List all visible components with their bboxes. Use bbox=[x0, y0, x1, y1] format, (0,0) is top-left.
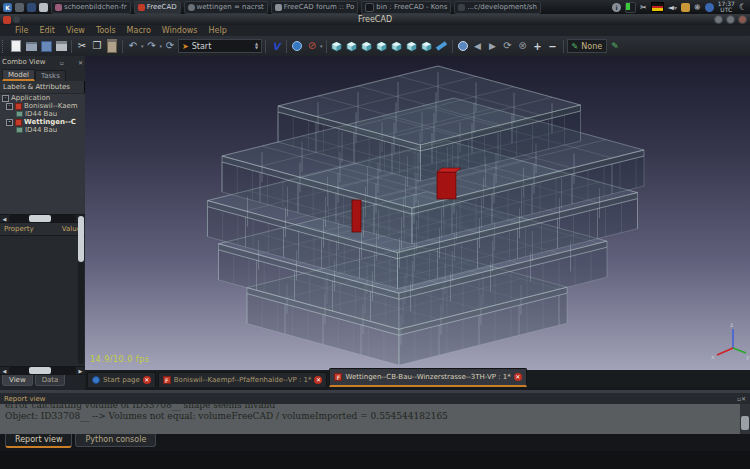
menu-file[interactable]: File bbox=[15, 26, 28, 35]
network-icon[interactable]: ❋ bbox=[694, 3, 701, 12]
menu-help[interactable]: Help bbox=[209, 26, 227, 35]
close-tab-icon[interactable]: ✕ bbox=[314, 376, 322, 384]
close-tab-icon[interactable]: ✕ bbox=[143, 376, 151, 384]
display-icon[interactable] bbox=[625, 2, 636, 13]
redo-dropdown-caret[interactable]: ▾ bbox=[160, 43, 163, 49]
workbench-selector[interactable]: ➤ Start ▲▼ bbox=[178, 39, 262, 53]
tree-item-document[interactable]: - Wettingen--C bbox=[0, 118, 85, 126]
tab-tasks[interactable]: Tasks bbox=[35, 70, 66, 81]
report-scrollbar[interactable] bbox=[740, 404, 750, 434]
tab-start-page[interactable]: Start page ✕ bbox=[87, 372, 156, 387]
new-file-button[interactable] bbox=[9, 39, 23, 54]
tab-document-boniswil[interactable]: F Boniswil--Kaempf--Pfaffenhalde--VP : 1… bbox=[158, 372, 328, 387]
measure-button[interactable] bbox=[435, 39, 449, 54]
volume-icon[interactable]: ◄▾ bbox=[668, 3, 677, 12]
taskbar-task-konsole[interactable]: bin : FreeCAD - Kons bbox=[361, 1, 451, 14]
redo-button[interactable]: ↷ bbox=[145, 39, 159, 54]
close-panel-icon[interactable]: ✕ bbox=[741, 395, 746, 402]
tab-python-console[interactable]: Python console bbox=[75, 434, 156, 447]
show-desktop-icon[interactable] bbox=[15, 3, 24, 12]
kde-menu-icon[interactable]: K bbox=[3, 3, 12, 12]
3d-viewport[interactable]: z x y 14.9/10.0 fps bbox=[85, 56, 750, 370]
stop-load-button[interactable]: ⊗ bbox=[516, 39, 530, 54]
undo-dropdown-caret[interactable]: ▾ bbox=[141, 43, 144, 49]
menu-edit[interactable]: Edit bbox=[39, 26, 55, 35]
scrollbar-thumb[interactable] bbox=[78, 216, 84, 262]
layer-selector[interactable]: ✎ None bbox=[567, 39, 608, 53]
tab-report-view[interactable]: Report view bbox=[5, 434, 72, 448]
moon-icon[interactable]: ☾ bbox=[739, 2, 747, 12]
rear-view-button[interactable] bbox=[390, 39, 404, 54]
scrollbar-thumb[interactable] bbox=[29, 215, 51, 222]
klipper-icon[interactable] bbox=[705, 3, 714, 12]
float-panel-icon[interactable]: ▫ bbox=[60, 59, 64, 66]
back-arrow-icon: ◀ bbox=[474, 41, 481, 51]
keyboard-layout-indicator[interactable] bbox=[651, 2, 664, 12]
right-view-button[interactable] bbox=[375, 39, 389, 54]
scroll-left-icon[interactable]: ◀ bbox=[0, 368, 9, 374]
scrollbar-thumb[interactable] bbox=[741, 416, 749, 430]
expander-icon[interactable]: - bbox=[6, 103, 13, 110]
macro-stop-button[interactable]: ⊘ bbox=[305, 39, 319, 54]
property-table[interactable] bbox=[0, 236, 85, 366]
save-button[interactable] bbox=[39, 39, 53, 54]
info-icon[interactable]: i bbox=[612, 3, 621, 12]
axonometric-view-button[interactable] bbox=[330, 39, 344, 54]
print-button[interactable] bbox=[54, 39, 68, 54]
taskbar-task-shell[interactable]: ...c/development/sh bbox=[454, 1, 541, 14]
copy-button[interactable]: ❐ bbox=[90, 39, 104, 54]
zoom-out-button[interactable]: − bbox=[546, 39, 560, 54]
tree-item-building[interactable]: ID44 Bau bbox=[0, 126, 85, 134]
taskbar-task-image[interactable]: schoenbildchen-fr bbox=[51, 1, 131, 14]
mail-icon[interactable] bbox=[39, 3, 48, 12]
menu-view[interactable]: View bbox=[66, 26, 85, 35]
sketch-edit-button[interactable]: ✎ bbox=[608, 39, 622, 54]
tab-view[interactable]: View bbox=[2, 375, 33, 386]
macro-dropdown-caret[interactable]: ▾ bbox=[320, 43, 323, 49]
tree-horizontal-scrollbar[interactable]: ◀ ▶ bbox=[0, 214, 85, 223]
open-file-button[interactable] bbox=[24, 39, 38, 54]
cut-icon[interactable]: ✂ bbox=[640, 3, 647, 12]
close-panel-icon[interactable]: ✕ bbox=[78, 59, 83, 66]
nav-forward-button[interactable]: ▶ bbox=[486, 39, 500, 54]
zoom-in-button[interactable]: + bbox=[531, 39, 545, 54]
tree-root-application[interactable]: - Application bbox=[0, 94, 85, 102]
taskbar-task-forum[interactable]: FreeCAD forum :: Po bbox=[271, 1, 358, 14]
tree-item-document[interactable]: - Boniswil--Kaem bbox=[0, 102, 85, 110]
tree-item-building[interactable]: ID44 Bau bbox=[0, 110, 85, 118]
scroll-right-icon[interactable]: ▶ bbox=[76, 368, 85, 374]
taskbar-task-freecad[interactable]: FreeCAD bbox=[134, 1, 181, 14]
web-search-button[interactable] bbox=[290, 39, 304, 54]
front-view-button[interactable] bbox=[345, 39, 359, 54]
file-manager-icon[interactable] bbox=[27, 3, 36, 12]
property-horizontal-scrollbar[interactable]: ◀ ▶ bbox=[0, 366, 85, 375]
expander-icon[interactable]: - bbox=[2, 95, 9, 102]
close-tab-icon[interactable]: ✕ bbox=[514, 373, 522, 381]
nav-back-button[interactable]: ◀ bbox=[471, 39, 485, 54]
menu-tools[interactable]: Tools bbox=[96, 26, 116, 35]
whatsthis-button[interactable]: V bbox=[269, 39, 283, 54]
left-view-button[interactable] bbox=[420, 39, 434, 54]
tab-model[interactable]: Model bbox=[2, 69, 35, 81]
web-button[interactable] bbox=[456, 39, 470, 54]
paste-button[interactable] bbox=[105, 39, 119, 54]
jar-icon[interactable] bbox=[681, 3, 690, 12]
scrollbar-thumb[interactable] bbox=[29, 367, 51, 374]
tab-data[interactable]: Data bbox=[35, 375, 66, 386]
cut-button[interactable]: ✂ bbox=[75, 39, 89, 54]
bottom-view-button[interactable] bbox=[405, 39, 419, 54]
reload-button[interactable]: ⟳ bbox=[501, 39, 515, 54]
menu-macro[interactable]: Macro bbox=[127, 26, 151, 35]
toolbar-separator bbox=[563, 40, 564, 53]
undo-button[interactable]: ↶ bbox=[126, 39, 140, 54]
toolbar-grip[interactable] bbox=[2, 40, 6, 53]
tab-document-wettingen[interactable]: F Wettingen--CB-Bau--Winzerstrasse--3TH-… bbox=[329, 368, 526, 387]
property-vertical-scrollbar[interactable] bbox=[78, 214, 84, 364]
refresh-button[interactable]: ⟳ bbox=[163, 39, 177, 54]
clock[interactable]: 17:37 UTC bbox=[718, 1, 735, 13]
scroll-left-icon[interactable]: ◀ bbox=[0, 216, 9, 222]
taskbar-task-editor[interactable]: wettingen = nacrst bbox=[184, 1, 268, 14]
menu-windows[interactable]: Windows bbox=[162, 26, 198, 35]
expander-icon[interactable]: - bbox=[6, 119, 13, 126]
top-view-button[interactable] bbox=[360, 39, 374, 54]
